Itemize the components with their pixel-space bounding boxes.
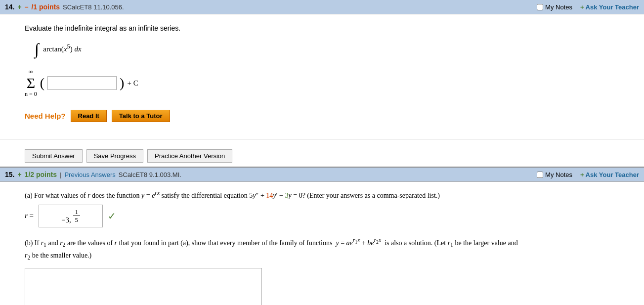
paren-left: ( bbox=[40, 76, 44, 90]
integral-symbol: ∫ bbox=[35, 40, 39, 58]
save-button[interactable]: Save Progress bbox=[86, 149, 143, 163]
q15-header-left: 15. + 1/2 points | Previous Answers SCal… bbox=[5, 171, 181, 178]
paren-right: ) bbox=[120, 76, 124, 90]
q15-header-right: My Notes + Ask Your Teacher bbox=[537, 171, 639, 178]
r-equals-row: r = −3, 1 5 ✓ bbox=[25, 205, 629, 228]
q15-my-notes: My Notes bbox=[537, 171, 572, 178]
read-it-button[interactable]: Read It bbox=[71, 110, 107, 122]
q15-notes-checkbox[interactable] bbox=[537, 172, 543, 178]
correct-checkmark: ✓ bbox=[108, 210, 116, 222]
q15-ask-teacher[interactable]: + Ask Your Teacher bbox=[580, 171, 639, 178]
q14-notes-label: My Notes bbox=[545, 3, 572, 11]
part-b: (b) If r1 and r2 are the values of r tha… bbox=[25, 236, 629, 305]
q14-ask-teacher[interactable]: + Ask Your Teacher bbox=[580, 3, 639, 11]
part-b-textarea[interactable] bbox=[25, 268, 262, 305]
q14-notes-checkbox[interactable] bbox=[537, 4, 543, 10]
part-b-text: (b) If r1 and r2 are the values of r tha… bbox=[25, 236, 629, 263]
q14-header: 14. + – /1 points SCalcET8 11.10.056. My… bbox=[0, 0, 644, 14]
sigma-block: ∞ Σ n = 0 bbox=[25, 68, 37, 98]
r-input[interactable]: −3, 1 5 bbox=[39, 205, 103, 228]
q14-my-notes: My Notes bbox=[537, 3, 572, 11]
sigma-symbol: Σ bbox=[27, 76, 35, 90]
q15-ref: SCalcET8 9.1.003.MI. bbox=[119, 171, 181, 178]
talk-tutor-button[interactable]: Talk to a Tutor bbox=[112, 110, 170, 122]
q15-plus-icon[interactable]: + bbox=[17, 171, 21, 178]
q14-ask-plus-icon: + bbox=[580, 3, 584, 11]
q15-prev-answers[interactable]: Previous Answers bbox=[64, 171, 115, 178]
summation-area: ∞ Σ n = 0 ( ) + C bbox=[25, 68, 629, 98]
need-help-label: Need Help? bbox=[25, 112, 66, 120]
q15-points: 1/2 points bbox=[25, 171, 57, 178]
integral-expr: arctan(x5) dx bbox=[43, 45, 81, 53]
r-label: r = bbox=[25, 212, 34, 220]
q15-notes-label: My Notes bbox=[545, 171, 572, 178]
sigma-sub: n = 0 bbox=[25, 90, 37, 98]
q14-header-left: 14. + – /1 points SCalcET8 11.10.056. bbox=[5, 3, 124, 11]
plus-c: + C bbox=[127, 79, 138, 87]
q15-separator: | bbox=[60, 171, 61, 178]
practice-button[interactable]: Practice Another Version bbox=[147, 149, 232, 163]
submit-button[interactable]: Submit Answer bbox=[25, 149, 83, 163]
part-a: (a) For what values of r does the functi… bbox=[25, 190, 629, 227]
q14-points: /1 points bbox=[31, 3, 60, 11]
q15-number: 15. bbox=[5, 171, 14, 178]
q14-number: 14. bbox=[5, 3, 14, 11]
q14-divider bbox=[0, 139, 644, 139]
q14-plus-icon[interactable]: + bbox=[17, 3, 21, 11]
q15-body: (a) For what values of r does the functi… bbox=[0, 182, 644, 305]
q15-ask-plus-icon: + bbox=[580, 171, 584, 178]
q14-header-right: My Notes + Ask Your Teacher bbox=[537, 3, 639, 11]
q14-actions: Submit Answer Save Progress Practice Ano… bbox=[0, 145, 644, 167]
q14-problem: Evaluate the indefinite integral as an i… bbox=[25, 24, 629, 32]
q14-integral: ∫ arctan(x5) dx bbox=[35, 40, 629, 58]
q14-ref: SCalcET8 11.10.056. bbox=[63, 3, 124, 11]
sum-input[interactable] bbox=[47, 76, 117, 90]
need-help-row: Need Help? Read It Talk to a Tutor bbox=[25, 110, 629, 122]
part-a-text: (a) For what values of r does the functi… bbox=[25, 190, 629, 200]
q15-header: 15. + 1/2 points | Previous Answers SCal… bbox=[0, 167, 644, 182]
q14-body: Evaluate the indefinite integral as an i… bbox=[0, 14, 644, 139]
q14-minus-icon: – bbox=[25, 3, 29, 11]
